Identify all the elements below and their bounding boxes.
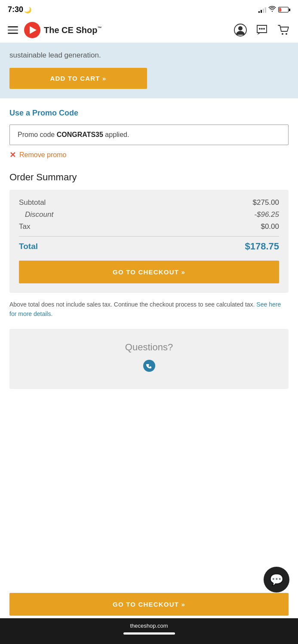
- questions-phone-icon: [143, 360, 155, 372]
- main-content: Use a Promo Code Promo code CONGRATS35 a…: [0, 98, 298, 400]
- subtotal-row: Subtotal $275.00: [19, 198, 279, 207]
- navbar-left: The CE Shop™: [8, 22, 101, 38]
- discount-label: Discount: [19, 210, 53, 219]
- remove-promo-label: Remove promo: [19, 151, 66, 159]
- logo-container[interactable]: The CE Shop™: [24, 22, 101, 38]
- logo-play-icon: [30, 26, 37, 34]
- discount-value: -$96.25: [254, 210, 279, 219]
- questions-box: Questions?: [9, 329, 289, 389]
- battery-icon: 8: [278, 7, 290, 12]
- questions-icon-row: [19, 360, 279, 372]
- status-time: 7:30🌙: [8, 5, 31, 14]
- total-row: Total $178.75: [19, 241, 279, 252]
- bottom-checkout-button[interactable]: GO TO CHECKOUT »: [9, 593, 289, 616]
- wifi-icon: [268, 6, 276, 13]
- total-value: $178.75: [245, 241, 279, 252]
- total-label: Total: [19, 242, 38, 251]
- svg-point-4: [263, 28, 265, 30]
- logo-text: The CE Shop™: [44, 25, 101, 35]
- hamburger-menu[interactable]: [8, 26, 18, 34]
- svg-point-3: [261, 28, 263, 30]
- svg-point-6: [286, 33, 287, 35]
- moon-icon: 🌙: [24, 6, 31, 13]
- signal-bars-icon: [258, 7, 266, 13]
- questions-title: Questions?: [19, 342, 279, 353]
- svg-point-1: [238, 26, 243, 30]
- status-bar: 7:30🌙 8: [0, 0, 298, 18]
- discount-row: Discount -$96.25: [19, 210, 279, 219]
- chat-bubble-icon: 💬: [270, 573, 283, 586]
- bottom-bar: theceshop.com: [0, 618, 298, 644]
- tax-label: Tax: [19, 222, 30, 231]
- use-promo-code-link[interactable]: Use a Promo Code: [9, 109, 289, 118]
- remove-x-icon: ✕: [9, 150, 16, 160]
- promo-code-display: Promo code CONGRATS35 applied.: [9, 125, 289, 145]
- cart-icon[interactable]: [276, 23, 290, 37]
- checkout-button[interactable]: GO TO CHECKOUT »: [19, 261, 279, 283]
- remove-promo-button[interactable]: ✕ Remove promo: [9, 150, 289, 160]
- user-icon[interactable]: [233, 23, 247, 37]
- bottom-bar-url: theceshop.com: [0, 623, 298, 629]
- svg-point-5: [282, 33, 283, 35]
- navbar-right: [233, 23, 290, 37]
- tax-note: Above total does not include sales tax. …: [9, 300, 289, 319]
- promo-code-value: CONGRATS35: [57, 131, 103, 138]
- order-summary-title: Order Summary: [9, 172, 289, 183]
- chat-icon[interactable]: [255, 23, 269, 37]
- subtotal-label: Subtotal: [19, 198, 46, 207]
- home-indicator: [123, 632, 175, 635]
- order-summary-box: Subtotal $275.00 Discount -$96.25 Tax $0…: [9, 190, 289, 293]
- tax-value: $0.00: [261, 222, 279, 231]
- tax-row: Tax $0.00: [19, 222, 279, 231]
- bottom-checkout-bar: GO TO CHECKOUT »: [0, 589, 298, 620]
- add-to-cart-button[interactable]: ADD TO CART »: [9, 68, 147, 89]
- navbar: The CE Shop™: [0, 18, 298, 43]
- status-icons: 8: [258, 6, 290, 13]
- subtotal-value: $275.00: [253, 198, 279, 207]
- hero-text: sustainable lead generation.: [9, 50, 289, 61]
- summary-divider: [19, 236, 279, 237]
- hero-section: sustainable lead generation. ADD TO CART…: [0, 43, 298, 98]
- chat-float-button[interactable]: 💬: [264, 567, 289, 592]
- svg-point-2: [259, 28, 261, 30]
- logo-icon: [24, 22, 40, 38]
